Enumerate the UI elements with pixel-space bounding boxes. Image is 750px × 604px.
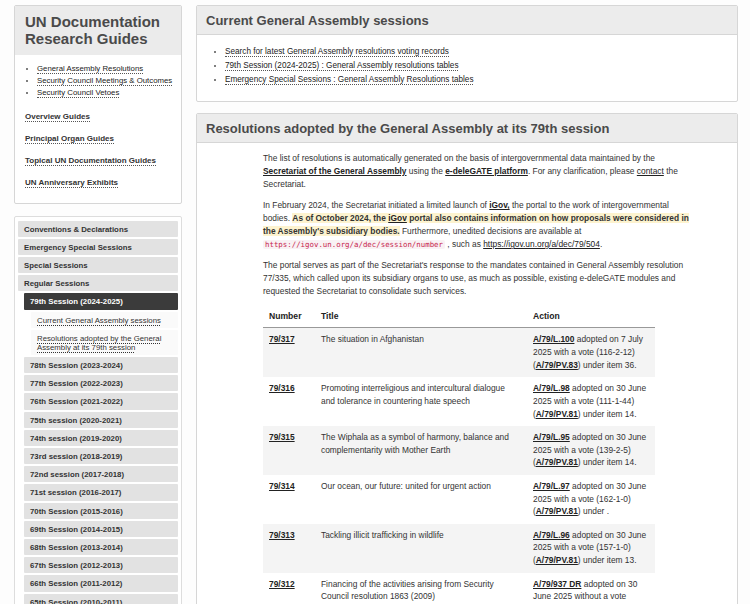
sidebar-item-label: 79th Session (2024-2025) [30,297,123,306]
sidebar-item-label: 65th Session (2010-2011) [30,598,122,604]
resolution-number-cell: 79/316 [263,377,315,426]
text-segment: Furthermore, unedited decisions are avai… [400,226,582,236]
current-session-link[interactable]: Emergency Special Sessions : General Ass… [225,75,473,85]
sidebar-item-label: Emergency Special Sessions [24,243,132,252]
sidebar-session-item[interactable]: Emergency Special Sessions [18,239,178,255]
sidebar-session-item[interactable]: 74th session (2019-2020) [24,430,178,446]
sidebar-session-item[interactable]: 71st session (2016-2017) [24,484,178,500]
inline-link[interactable]: iGov [388,213,407,223]
guide-link-item: Security Council Meetings & Outcomes [37,76,175,85]
inline-link[interactable]: A/79/PV.83 [536,360,578,370]
resolution-title-cell: Our ocean, our future: united for urgent… [315,475,527,524]
intro-paragraph: The list of resolutions is automatically… [263,152,697,191]
sidebar-subpage-link[interactable]: Resolutions adopted by the General Assem… [31,330,178,355]
sidebar-session-item[interactable]: Regular Sessions [18,275,178,291]
text-segment: ) under item 13. [578,555,637,565]
column-header-number: Number [263,306,315,328]
inline-link[interactable]: e-deleGATE platform [445,166,528,176]
inline-link[interactable]: A/79/PV.81 [536,555,578,565]
sidebar-item-label: 77th Session (2022-2023) [30,379,123,388]
table-row: 79/315The Wiphala as a symbol of harmony… [263,426,655,475]
inline-link[interactable]: A/79/L.96 [533,530,570,540]
sidebar: UN Documentation Research Guides General… [14,5,182,604]
inline-link[interactable]: A/79/L.100 [533,334,574,344]
current-session-link[interactable]: Search for latest General Assembly resol… [225,47,449,57]
guide-bold-link[interactable]: Principal Organ Guides [25,134,114,144]
sidebar-session-item[interactable]: 68th Session (2013-2014) [24,539,178,555]
guide-link-item: Security Council Vetoes [37,88,175,97]
table-row: 79/314Our ocean, our future: united for … [263,475,655,524]
text-segment: ) under . [578,506,609,516]
inline-link[interactable]: A/79/PV.81 [536,409,578,419]
guide-bold-link[interactable]: Overview Guides [25,112,90,122]
session-nav: Conventions & DeclarationsEmergency Spec… [14,216,182,604]
resolution-number-link[interactable]: 79/317 [269,334,295,344]
sidebar-item-label: Regular Sessions [24,279,89,288]
resolution-title-cell: Tackling illicit trafficking in wildlife [315,524,527,573]
text-segment: The portal serves as part of the Secreta… [263,260,683,296]
sidebar-session-item[interactable]: 75th session (2020-2021) [24,412,178,428]
resolutions-table: Number Title Action 79/317The situation … [263,306,655,604]
inline-link[interactable]: A/79/PV.81 [536,457,578,467]
inline-link[interactable]: A/79/L.97 [533,481,570,491]
sidebar-session-item[interactable]: Special Sessions [18,257,178,273]
sidebar-session-item[interactable]: 77th Session (2022-2023) [24,375,178,391]
research-guides-box: UN Documentation Research Guides General… [14,5,182,204]
guide-bold-link[interactable]: UN Anniversary Exhibits [25,178,118,188]
resolution-number-link[interactable]: 79/316 [269,383,295,393]
inline-link[interactable]: contact [637,166,664,176]
research-guides-header: UN Documentation Research Guides [15,6,181,55]
sidebar-session-item[interactable]: Conventions & Declarations [18,221,178,237]
text-segment: ) under item 36. [578,360,637,370]
sidebar-session-item[interactable]: 76th Session (2021-2022) [24,393,178,409]
guide-link[interactable]: Security Council Vetoes [37,88,119,98]
resolution-number-link[interactable]: 79/312 [269,579,295,589]
guide-link[interactable]: Security Council Meetings & Outcomes [37,76,172,86]
sidebar-session-item[interactable]: 72nd session (2017-2018) [24,466,178,482]
sidebar-item-label: 68th Session (2013-2014) [30,543,123,552]
sidebar-item-label: 72nd session (2017-2018) [30,470,124,479]
inline-link[interactable]: A/79/L.98 [533,383,570,393]
sidebar-item-label: 78th Session (2023-2024) [30,361,123,370]
sidebar-session-item[interactable]: 73rd session (2018-2019) [24,448,178,464]
text-segment: ) under item 14. [578,409,637,419]
resolution-number-link[interactable]: 79/315 [269,432,295,442]
current-session-link[interactable]: 79th Session (2024-2025) : General Assem… [225,61,458,71]
research-guides-body: General Assembly ResolutionsSecurity Cou… [15,55,181,203]
sidebar-item-label: 67th Session (2012-2013) [30,561,123,570]
inline-link[interactable]: A/79/937 DR [533,579,581,589]
inline-link[interactable]: https://igov.un.org/a/dec/79/504 [483,239,600,249]
sidebar-session-item[interactable]: 70th Session (2015-2016) [24,503,178,519]
resolution-action-cell: A/79/L.98 adopted on 30 June 2025 with a… [527,377,655,426]
current-sessions-title: Current General Assembly sessions [197,6,737,35]
resolution-number-link[interactable]: 79/313 [269,530,295,540]
sidebar-subpage-link[interactable]: Current General Assembly sessions [31,312,178,328]
sidebar-item-label: Special Sessions [24,261,88,270]
guide-bold-link[interactable]: Topical UN Documentation Guides [25,156,156,166]
text-segment: . For any clarification, please [528,166,637,176]
resolutions-title: Resolutions adopted by the General Assem… [197,114,737,143]
sidebar-session-item[interactable]: 65th Session (2010-2011) [24,594,178,604]
inline-link[interactable]: A/79/L.95 [533,432,570,442]
resolution-action-cell: A/79/L.95 adopted on 30 June 2025 with a… [527,426,655,475]
table-row: 79/312Financing of the activities arisin… [263,573,655,604]
sidebar-session-item[interactable]: 78th Session (2023-2024) [24,357,178,373]
resolution-number-cell: 79/315 [263,426,315,475]
intro-paragraph: In February 2024, the Secretariat initia… [263,199,697,251]
resolutions-card: Resolutions adopted by the General Assem… [196,113,738,604]
current-sessions-body: Search for latest General Assembly resol… [197,35,737,101]
inline-link[interactable]: A/79/PV.81 [536,506,578,516]
resolution-number-link[interactable]: 79/314 [269,481,295,491]
inline-link[interactable]: Secretariat of the General Assembly [263,166,407,176]
inline-link[interactable]: iGov, [489,200,509,210]
code-snippet: https://igov.un.org/a/dec/session/number [263,240,445,249]
sidebar-session-item[interactable]: 66th Session (2011-2012) [24,575,178,591]
intro-paragraph: The portal serves as part of the Secreta… [263,259,697,298]
current-session-link-item: 79th Session (2024-2025) : General Assem… [225,61,727,70]
sidebar-item-active-session[interactable]: 79th Session (2024-2025) [24,293,178,309]
table-row: 79/313Tackling illicit trafficking in wi… [263,524,655,573]
sidebar-session-item[interactable]: 69th Session (2014-2015) [24,521,178,537]
sidebar-session-item[interactable]: 67th Session (2012-2013) [24,557,178,573]
guide-link[interactable]: General Assembly Resolutions [37,64,143,74]
resolution-action-cell: A/79/L.100 adopted on 7 July 2025 with a… [527,328,655,377]
